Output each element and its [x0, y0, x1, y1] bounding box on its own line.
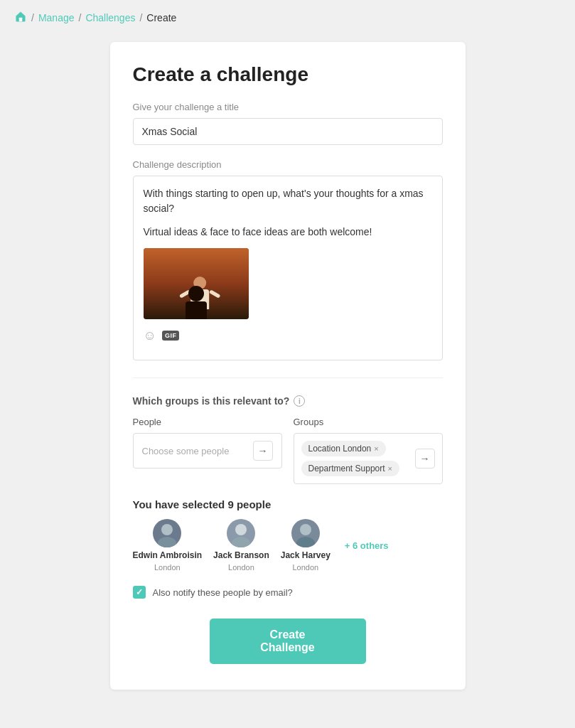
more-people-label[interactable]: + 6 others [345, 540, 389, 551]
tag-department-support-text: Department Support [308, 464, 385, 473]
groups-columns: People Choose some people → Groups Locat… [133, 417, 443, 484]
svg-point-6 [296, 537, 315, 547]
info-icon: i [294, 395, 305, 407]
notify-row: Also notify these people by email? [133, 586, 443, 599]
description-line2: Virtual ideas & face to face ideas are b… [144, 225, 432, 240]
svg-point-5 [300, 524, 311, 535]
svg-point-1 [161, 524, 173, 535]
description-toolbar: ☺ GIF [144, 326, 432, 342]
groups-column-label: Groups [294, 417, 443, 427]
person-2-location: London [228, 563, 254, 572]
people-selector[interactable]: Choose some people → [133, 433, 282, 469]
person-2-name: Jack Branson [213, 550, 269, 560]
groups-title-text: Which groups is this relevant to? [133, 395, 290, 407]
breadcrumb-current: Create [146, 12, 176, 23]
people-list: Edwin Ambroisin London Jack Branson Lond… [133, 519, 443, 572]
tag-location-london-close[interactable]: × [374, 445, 378, 453]
avatar-3 [291, 519, 320, 547]
person-3: Jack Harvey London [281, 519, 331, 572]
notify-checkbox[interactable] [133, 586, 146, 599]
breadcrumb-manage[interactable]: Manage [38, 12, 75, 23]
avatar-1 [153, 519, 181, 547]
person-3-name: Jack Harvey [281, 550, 331, 560]
description-line1: With things starting to open up, what's … [144, 186, 432, 216]
section-divider [133, 378, 443, 378]
groups-arrow-button[interactable]: → [415, 449, 435, 469]
people-arrow-button[interactable]: → [253, 441, 273, 461]
tag-department-support-close[interactable]: × [388, 465, 392, 473]
breadcrumb-sep3: / [139, 12, 142, 23]
groups-section-title: Which groups is this relevant to? i [133, 395, 443, 407]
avatar-2 [227, 519, 255, 547]
person-1-location: London [154, 563, 181, 572]
notify-label: Also notify these people by email? [153, 587, 293, 598]
svg-point-2 [158, 537, 176, 547]
selected-people-section: You have selected 9 people Edwin Ambrois… [133, 498, 443, 572]
create-challenge-card: Create a challenge Give your challenge a… [110, 42, 466, 690]
svg-point-3 [235, 524, 247, 535]
people-placeholder: Choose some people [142, 446, 230, 456]
create-challenge-button[interactable]: Create Challenge [210, 619, 366, 664]
breadcrumb: / Manage / Challenges / Create [0, 0, 575, 35]
person-1-name: Edwin Ambroisin [133, 550, 203, 560]
person-2: Jack Branson London [213, 519, 269, 572]
groups-selector[interactable]: Location London × Department Support × → [294, 433, 443, 484]
tag-department-support: Department Support × [301, 461, 400, 476]
breadcrumb-sep2: / [78, 12, 81, 23]
tag-location-london-text: Location London [308, 444, 372, 454]
groups-tags: Location London × Department Support × [301, 441, 411, 476]
breadcrumb-sep1: / [31, 12, 34, 23]
svg-point-4 [232, 537, 250, 547]
emoji-button[interactable]: ☺ [144, 329, 156, 342]
description-box[interactable]: With things starting to open up, what's … [133, 176, 443, 360]
submit-row: Create Challenge [133, 619, 443, 664]
breadcrumb-challenges[interactable]: Challenges [85, 12, 135, 23]
selected-count: You have selected 9 people [133, 498, 443, 510]
tag-location-london: Location London × [301, 441, 386, 456]
description-image [144, 248, 249, 319]
people-column-label: People [133, 417, 282, 427]
home-icon[interactable] [14, 10, 27, 25]
title-label: Give your challenge a title [133, 102, 443, 112]
svg-rect-0 [19, 18, 23, 21]
gif-button[interactable]: GIF [162, 331, 180, 341]
person-3-location: London [292, 563, 318, 572]
people-column: People Choose some people → [133, 417, 282, 484]
person-1: Edwin Ambroisin London [133, 519, 203, 572]
groups-column: Groups Location London × Department Supp… [294, 417, 443, 484]
description-label: Challenge description [133, 159, 443, 170]
page-title: Create a challenge [133, 63, 443, 86]
challenge-title-input[interactable] [133, 118, 443, 145]
